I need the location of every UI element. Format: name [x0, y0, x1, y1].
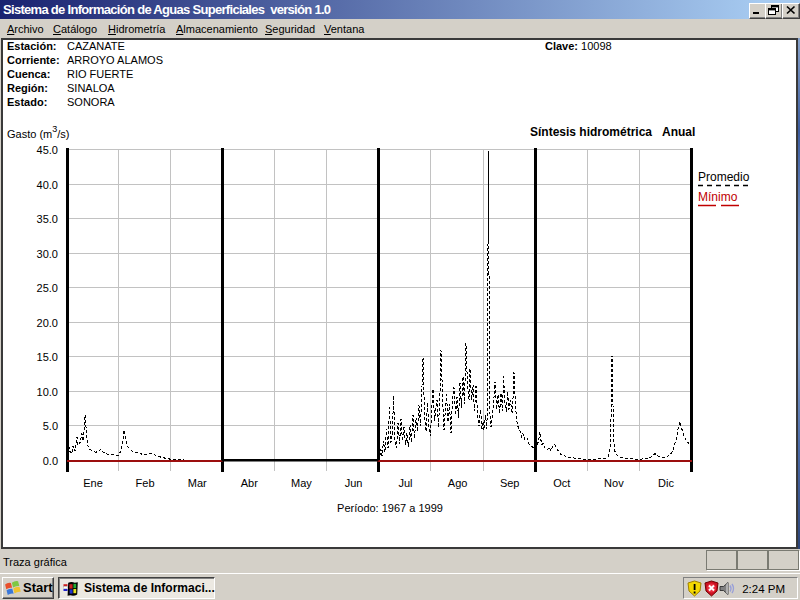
svg-text:30.0: 30.0 — [37, 248, 58, 260]
svg-text:Promedio: Promedio — [698, 170, 750, 184]
svg-text:45.0: 45.0 — [37, 144, 58, 156]
svg-text:Dic: Dic — [658, 477, 674, 489]
svg-text:10.0: 10.0 — [37, 386, 58, 398]
svg-text:Ene: Ene — [83, 477, 103, 489]
svg-text:Abr: Abr — [241, 477, 258, 489]
svg-text:0.0: 0.0 — [43, 455, 58, 467]
svg-text:May: May — [291, 477, 312, 489]
svg-text:35.0: 35.0 — [37, 213, 58, 225]
svg-text:5.0: 5.0 — [43, 420, 58, 432]
svg-text:Sep: Sep — [500, 477, 520, 489]
svg-text:Feb: Feb — [136, 477, 155, 489]
svg-text:20.0: 20.0 — [37, 317, 58, 329]
svg-text:40.0: 40.0 — [37, 179, 58, 191]
svg-text:Mínimo: Mínimo — [698, 190, 738, 204]
svg-text:Nov: Nov — [604, 477, 624, 489]
svg-text:Jul: Jul — [398, 477, 412, 489]
svg-text:Ago: Ago — [448, 477, 468, 489]
svg-text:Período: 1967 a 1999: Período: 1967 a 1999 — [337, 502, 443, 514]
svg-text:Oct: Oct — [553, 477, 570, 489]
svg-text:Mar: Mar — [188, 477, 207, 489]
svg-text:Jun: Jun — [345, 477, 363, 489]
svg-text:25.0: 25.0 — [37, 282, 58, 294]
svg-text:15.0: 15.0 — [37, 351, 58, 363]
